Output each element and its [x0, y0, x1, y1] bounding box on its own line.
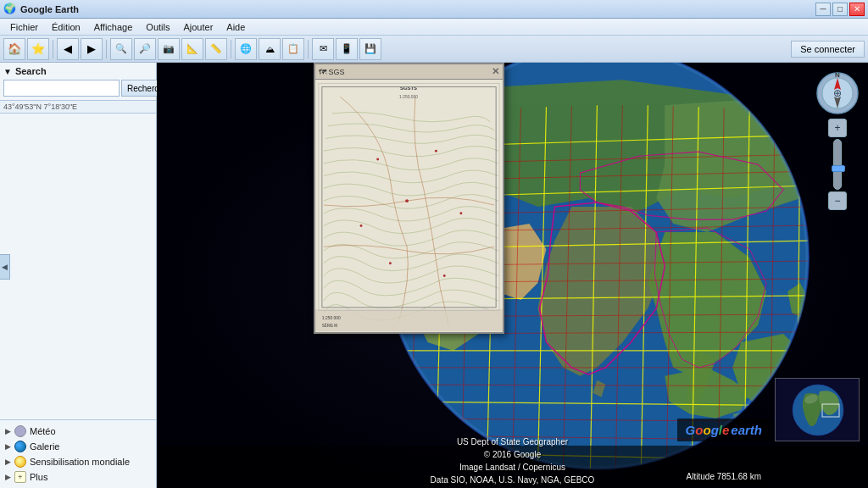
svg-rect-42	[315, 80, 503, 332]
svg-point-46	[360, 225, 363, 227]
svg-text:SÉRIE M: SÉRIE M	[322, 323, 337, 328]
topo-map-svg: 1:250 000 SÉRIE M SGSTS 1:250,000	[315, 80, 503, 332]
toolbar-measure[interactable]: 📐	[181, 38, 203, 60]
menu-item-ajouter[interactable]: Ajouter	[176, 20, 220, 34]
connect-button[interactable]: Se connecter	[791, 41, 865, 58]
search-input[interactable]	[3, 80, 120, 97]
search-header: ▼ Search	[3, 66, 153, 76]
menu-bar: FichierÉditionAffichageOutilsAjouterAide	[0, 19, 868, 36]
svg-point-43	[376, 158, 379, 161]
search-label: Search	[15, 66, 47, 76]
layers-panel: ▶ Météo ▶ Galerie ▶ Sensibilisation mond…	[0, 419, 156, 488]
meteo-icon	[14, 425, 26, 437]
coords-bar: 43°49'53"N 7°18'30"E	[0, 101, 156, 114]
topo-map-header: 🗺 SGS ✕	[315, 64, 503, 80]
google-text: Google	[686, 423, 730, 437]
layer-plus-label: Plus	[30, 472, 47, 482]
layer-galerie[interactable]: ▶ Galerie	[2, 439, 154, 454]
zoom-out-button[interactable]: −	[828, 191, 847, 210]
google-earth-logo: Google earth	[677, 419, 771, 441]
zoom-control: + −	[828, 119, 847, 210]
layer-galerie-label: Galerie	[30, 441, 59, 452]
menu-item-édition[interactable]: Édition	[45, 20, 87, 34]
search-section: ▼ Search Rechercher	[0, 63, 156, 101]
toolbar-save[interactable]: 💾	[359, 38, 381, 60]
sidebar-content: ◀	[0, 114, 156, 419]
nav-controls: N ⊕ + −	[815, 71, 860, 210]
svg-text:1:250,000: 1:250,000	[399, 95, 418, 99]
maximize-button[interactable]: □	[832, 3, 848, 16]
window-title: Google Earth	[20, 4, 79, 14]
layer-arrow: ▶	[5, 458, 11, 466]
svg-point-45	[405, 199, 409, 202]
toolbar-camera[interactable]: 📷	[158, 38, 180, 60]
minimize-button[interactable]: ─	[815, 3, 831, 16]
toolbar-zoomin[interactable]: 🔍	[110, 38, 132, 60]
plus-icon: +	[14, 471, 26, 483]
title-bar-left: 🌍 Google Earth	[3, 3, 79, 16]
status-text: US Dept of State Geographer © 2016 Googl…	[430, 435, 594, 489]
zoom-slider[interactable]	[833, 139, 842, 190]
topo-close-button[interactable]: ✕	[492, 66, 499, 77]
altitude-label: Altitude 7851.68 km	[682, 470, 766, 483]
zoom-in-button[interactable]: +	[828, 119, 847, 137]
toolbar-globe[interactable]: 🌐	[235, 38, 257, 60]
svg-point-47	[459, 212, 462, 214]
layer-meteo[interactable]: ▶ Météo	[2, 424, 154, 439]
layer-plus[interactable]: ▶ + Plus	[2, 469, 154, 485]
search-toggle[interactable]: ▼	[3, 67, 12, 76]
layer-sensibilisation[interactable]: ▶ Sensibilisation mondiale	[2, 454, 154, 469]
toolbar-mobile[interactable]: 📱	[336, 38, 358, 60]
toolbar-forward[interactable]: ▶	[81, 38, 103, 60]
status-bar: US Dept of State Geographer © 2016 Googl…	[157, 446, 868, 488]
sensibilisation-icon	[14, 456, 26, 468]
mini-globe-thumbnail[interactable]	[775, 378, 860, 441]
svg-point-48	[389, 262, 392, 264]
svg-text:⊕: ⊕	[833, 87, 842, 99]
toolbar-sep-3	[231, 40, 231, 58]
collapse-handle[interactable]: ◀	[0, 254, 10, 280]
layer-arrow: ▶	[5, 442, 11, 451]
svg-rect-50	[315, 309, 503, 332]
toolbar-sep-4	[308, 40, 309, 58]
svg-text:1:250 000: 1:250 000	[322, 316, 341, 320]
zoom-slider-thumb[interactable]	[832, 165, 845, 172]
main-area: ▼ Search Rechercher 43°49'53"N 7°18'30"E…	[0, 63, 868, 488]
layer-meteo-label: Météo	[30, 426, 56, 436]
app-icon: 🌍	[3, 3, 17, 16]
title-controls: ─ □ ✕	[815, 3, 865, 16]
svg-point-44	[435, 150, 437, 152]
compass[interactable]: N ⊕	[815, 71, 860, 115]
toolbar-layers[interactable]: 📋	[282, 38, 304, 60]
menu-item-aide[interactable]: Aide	[220, 20, 252, 34]
toolbar-back[interactable]: ◀	[57, 38, 79, 60]
toolbar-home[interactable]: 🏠	[3, 38, 25, 60]
toolbar-sep-1	[53, 40, 53, 58]
search-input-row: Rechercher	[3, 80, 153, 97]
toolbar-terrain[interactable]: ⛰	[259, 38, 281, 60]
topo-title: 🗺 SGS	[319, 68, 345, 76]
toolbar-sep-2	[106, 40, 107, 58]
close-button[interactable]: ✕	[849, 3, 865, 16]
layer-arrow: ▶	[5, 427, 11, 435]
toolbar-email[interactable]: ✉	[312, 38, 334, 60]
toolbar-ruler[interactable]: 📏	[205, 38, 227, 60]
menu-item-fichier[interactable]: Fichier	[3, 20, 45, 34]
svg-text:N: N	[835, 71, 840, 79]
title-bar: 🌍 Google Earth ─ □ ✕	[0, 0, 868, 19]
toolbar-zoomout[interactable]: 🔎	[134, 38, 156, 60]
toolbar-star[interactable]: ⭐	[27, 38, 49, 60]
toolbar: 🏠 ⭐ ◀ ▶ 🔍 🔎 📷 📐 📏 🌐 ⛰ 📋 ✉ 📱 💾 Se connect…	[0, 36, 868, 63]
topo-map-content: 1:250 000 SÉRIE M SGSTS 1:250,000	[315, 80, 503, 332]
topo-map-panel: 🗺 SGS ✕	[314, 63, 504, 334]
earth-text: earth	[731, 423, 762, 437]
layer-arrow: ▶	[5, 473, 11, 481]
galerie-icon	[14, 441, 26, 452]
layer-sensibilisation-label: Sensibilisation mondiale	[30, 457, 130, 467]
sidebar: ▼ Search Rechercher 43°49'53"N 7°18'30"E…	[0, 63, 157, 488]
globe-view[interactable]: 🗺 SGS ✕	[157, 63, 868, 488]
menu-item-affichage[interactable]: Affichage	[87, 20, 140, 34]
svg-point-49	[443, 274, 446, 277]
menu-item-outils[interactable]: Outils	[139, 20, 176, 34]
